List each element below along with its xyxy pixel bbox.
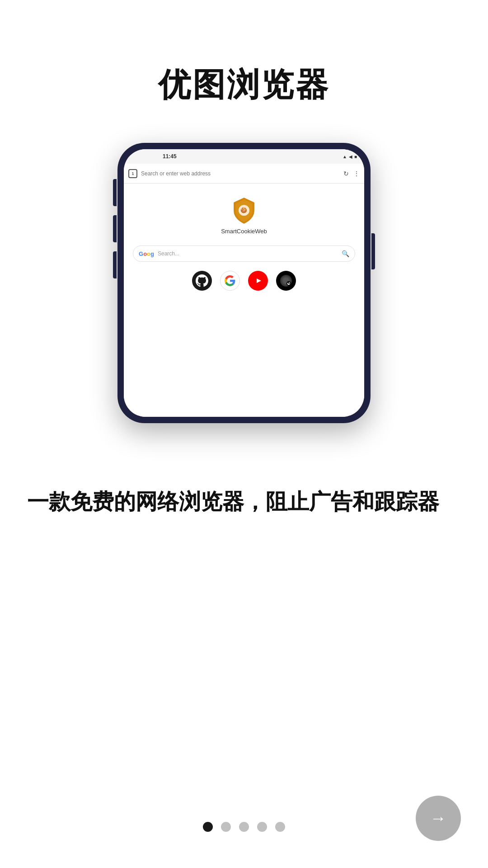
search-placeholder: Search... (158, 250, 338, 257)
refresh-icon[interactable]: ↻ (343, 170, 349, 177)
svg-text:🍪: 🍪 (241, 207, 248, 213)
dot-4[interactable] (257, 822, 267, 832)
shortcuts-row: ✎ (192, 271, 296, 291)
shortcut-youtube[interactable] (248, 271, 268, 291)
next-button[interactable]: → (416, 796, 461, 841)
phone-screen: 11:45 ▲ ◀ ■ 1 ↻ ⋮ (124, 149, 364, 417)
subtitle-text: 一款免费的网络浏览器，阻止广告和跟踪器 (0, 486, 488, 517)
status-bar: 11:45 ▲ ◀ ■ (124, 149, 364, 164)
google-icon (224, 275, 236, 287)
phone-outer-shell: 11:45 ▲ ◀ ■ 1 ↻ ⋮ (117, 143, 371, 423)
url-input[interactable] (141, 170, 340, 177)
dot-1[interactable] (203, 822, 213, 832)
dot-3[interactable] (239, 822, 249, 832)
menu-icon[interactable]: ⋮ (353, 170, 360, 177)
battery-icon: ■ (354, 154, 357, 159)
browser-search-bar[interactable]: Goog Search... 🔍 (133, 245, 355, 262)
address-actions: ↻ ⋮ (343, 170, 360, 177)
address-bar[interactable]: 1 ↻ ⋮ (124, 164, 364, 184)
app-title: 优图浏览器 (158, 63, 330, 107)
shortcut-github[interactable] (192, 271, 212, 291)
status-time: 11:45 (163, 153, 177, 160)
browser-app-name: SmartCookieWeb (221, 228, 267, 235)
tab-indicator[interactable]: 1 (128, 169, 137, 178)
phone-mockup: 11:45 ▲ ◀ ■ 1 ↻ ⋮ (117, 143, 371, 423)
shield-logo-icon: 🍪 (230, 197, 258, 224)
search-icon[interactable]: 🔍 (342, 250, 349, 257)
dot-2[interactable] (221, 822, 231, 832)
next-arrow-icon: → (430, 809, 446, 828)
status-icons: ▲ ◀ ■ (343, 154, 357, 159)
shortcut-dark-app[interactable]: ✎ (276, 271, 296, 291)
signal-icon: ◀ (349, 154, 352, 159)
pagination-dots (0, 822, 488, 832)
browser-content: 🍪 SmartCookieWeb Goog Search... 🔍 (124, 184, 364, 417)
shortcut-google[interactable] (220, 271, 240, 291)
github-icon (196, 274, 208, 287)
dot-5[interactable] (275, 822, 285, 832)
youtube-icon (252, 277, 264, 285)
google-logo: Goog (139, 250, 154, 257)
wifi-icon: ▲ (343, 154, 347, 159)
tab-count: 1 (131, 171, 134, 176)
